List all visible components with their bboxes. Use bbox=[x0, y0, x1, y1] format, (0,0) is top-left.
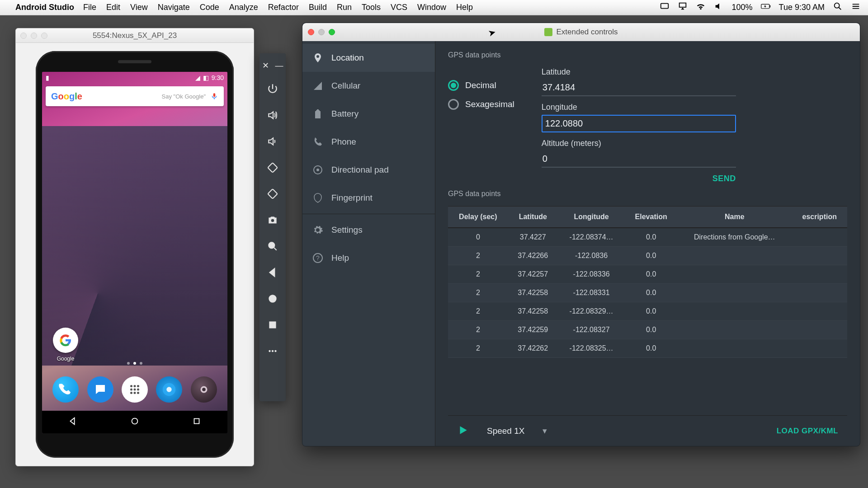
table-cell: 2 bbox=[448, 339, 508, 358]
table-cell bbox=[677, 339, 792, 358]
col-latitude[interactable]: Latitude bbox=[508, 206, 558, 228]
nav-home-icon[interactable] bbox=[130, 416, 140, 428]
table-cell: 37.42266 bbox=[508, 247, 558, 265]
sidenav-battery[interactable]: Battery bbox=[302, 100, 435, 128]
menu-file[interactable]: File bbox=[83, 3, 96, 12]
sidenav-cellular[interactable]: Cellular bbox=[302, 72, 435, 100]
latitude-input[interactable] bbox=[542, 80, 736, 96]
home-button[interactable] bbox=[259, 286, 286, 311]
col-longitude[interactable]: Longitude bbox=[558, 206, 625, 228]
nav-recents-icon[interactable] bbox=[192, 416, 202, 428]
camera-icon[interactable] bbox=[191, 376, 217, 403]
table-cell: 37.42258 bbox=[508, 284, 558, 302]
col-description[interactable]: escription bbox=[792, 206, 847, 228]
emulator-titlebar[interactable]: 5554:Nexus_5X_API_23 bbox=[16, 28, 254, 43]
wifi-icon[interactable] bbox=[696, 1, 706, 14]
sdcard-icon: ▮ bbox=[46, 74, 49, 81]
google-app-icon[interactable] bbox=[53, 328, 78, 353]
menu-run[interactable]: Run bbox=[337, 3, 352, 12]
table-cell: -122.08331 bbox=[558, 284, 625, 302]
rotate-right-button[interactable] bbox=[259, 182, 286, 206]
table-cell bbox=[792, 339, 847, 358]
table-cell: -122.08374… bbox=[558, 228, 625, 247]
svg-point-23 bbox=[269, 295, 276, 302]
table-row[interactable]: 237.42258-122.083310.0 bbox=[448, 284, 847, 302]
messenger-icon[interactable] bbox=[87, 376, 113, 403]
nav-back-icon[interactable] bbox=[68, 416, 78, 428]
svg-rect-2 bbox=[769, 5, 770, 8]
emulator-title: 5554:Nexus_5X_API_23 bbox=[16, 31, 254, 40]
menu-analyze[interactable]: Analyze bbox=[229, 3, 258, 12]
google-search-bar[interactable]: Google Say "Ok Google" bbox=[46, 86, 224, 106]
load-gpx-button[interactable]: LOAD GPX/KML bbox=[777, 427, 838, 436]
altitude-label: Altitude (meters) bbox=[542, 139, 736, 148]
dialer-icon[interactable] bbox=[52, 376, 79, 403]
overview-button[interactable] bbox=[259, 313, 286, 337]
table-row[interactable]: 237.42258-122.08329…0.0 bbox=[448, 302, 847, 321]
power-button[interactable] bbox=[259, 77, 286, 101]
sidenav-settings[interactable]: Settings bbox=[302, 216, 435, 244]
table-cell: 0.0 bbox=[625, 339, 677, 358]
sidenav-dpad[interactable]: Directional pad bbox=[302, 156, 435, 184]
zoom-button[interactable] bbox=[259, 234, 286, 258]
extended-sidenav: Location Cellular Battery Phone Directio… bbox=[302, 41, 435, 446]
radio-decimal[interactable]: Decimal bbox=[448, 80, 514, 91]
table-row[interactable]: 237.42259-122.083270.0 bbox=[448, 321, 847, 339]
table-cell: -122.0836 bbox=[558, 247, 625, 265]
more-button[interactable] bbox=[259, 339, 286, 363]
play-button[interactable] bbox=[457, 424, 469, 438]
menu-edit[interactable]: Edit bbox=[106, 3, 120, 12]
android-navbar bbox=[42, 411, 227, 433]
browser-icon[interactable] bbox=[156, 376, 182, 403]
sidenav-help[interactable]: ?Help bbox=[302, 244, 435, 272]
airplay-icon[interactable] bbox=[678, 1, 688, 14]
menu-help[interactable]: Help bbox=[456, 3, 473, 12]
volume-icon[interactable] bbox=[714, 1, 724, 14]
menu-build[interactable]: Build bbox=[309, 3, 327, 12]
table-cell: 37.42262 bbox=[508, 339, 558, 358]
table-row[interactable]: 237.42262-122.08325…0.0 bbox=[448, 339, 847, 358]
volume-up-button[interactable] bbox=[259, 103, 286, 127]
longitude-input[interactable] bbox=[542, 115, 736, 132]
extended-controls-titlebar[interactable]: Extended controls bbox=[302, 23, 860, 41]
extended-controls-window: Extended controls Location Cellular Batt… bbox=[302, 23, 860, 446]
screenshot-button[interactable] bbox=[259, 208, 286, 232]
menu-vcs[interactable]: VCS bbox=[391, 3, 407, 12]
svg-point-10 bbox=[130, 392, 132, 394]
back-button[interactable] bbox=[259, 260, 286, 285]
sidenav-fingerprint[interactable]: Fingerprint bbox=[302, 184, 435, 212]
radio-sexagesimal[interactable]: Sexagesimal bbox=[448, 99, 514, 110]
send-button[interactable]: SEND bbox=[712, 174, 736, 183]
svg-point-8 bbox=[133, 389, 136, 391]
toolbar-close-icon[interactable]: ✕ bbox=[262, 61, 269, 70]
sidenav-phone[interactable]: Phone bbox=[302, 128, 435, 156]
volume-down-button[interactable] bbox=[259, 129, 286, 154]
altitude-input[interactable] bbox=[542, 151, 736, 168]
table-row[interactable]: 237.42266-122.08360.0 bbox=[448, 247, 847, 265]
menubar-clock[interactable]: Tue 9:30 AM bbox=[779, 3, 825, 12]
menu-view[interactable]: View bbox=[130, 3, 148, 12]
col-elevation[interactable]: Elevation bbox=[625, 206, 677, 228]
toolbar-minimize-icon[interactable]: — bbox=[275, 61, 283, 70]
phone-screen[interactable]: ▮ ◢ ◧ 9:30 Google Say "Ok Google" Google bbox=[42, 72, 227, 433]
chevron-down-icon: ▾ bbox=[542, 426, 547, 436]
col-name[interactable]: Name bbox=[677, 206, 792, 228]
spotlight-icon[interactable] bbox=[833, 1, 843, 14]
mic-icon[interactable] bbox=[210, 92, 218, 100]
menu-window[interactable]: Window bbox=[417, 3, 446, 12]
col-delay[interactable]: Delay (sec) bbox=[448, 206, 508, 228]
menu-code[interactable]: Code bbox=[200, 3, 219, 12]
app-drawer-icon[interactable] bbox=[122, 376, 148, 403]
cast-icon[interactable] bbox=[660, 1, 670, 14]
speed-select[interactable]: Speed 1X ▾ bbox=[487, 426, 547, 436]
table-row[interactable]: 037.4227-122.08374…0.0Directions from Go… bbox=[448, 228, 847, 247]
app-menu[interactable]: Android Studio bbox=[15, 3, 74, 12]
menu-extras-icon[interactable] bbox=[851, 1, 861, 14]
menu-refactor[interactable]: Refactor bbox=[268, 3, 299, 12]
menu-tools[interactable]: Tools bbox=[362, 3, 381, 12]
menu-navigate[interactable]: Navigate bbox=[158, 3, 190, 12]
sidenav-location[interactable]: Location bbox=[302, 44, 435, 72]
table-row[interactable]: 237.42257-122.083360.0 bbox=[448, 265, 847, 284]
rotate-left-button[interactable] bbox=[259, 155, 286, 180]
table-cell bbox=[792, 302, 847, 321]
